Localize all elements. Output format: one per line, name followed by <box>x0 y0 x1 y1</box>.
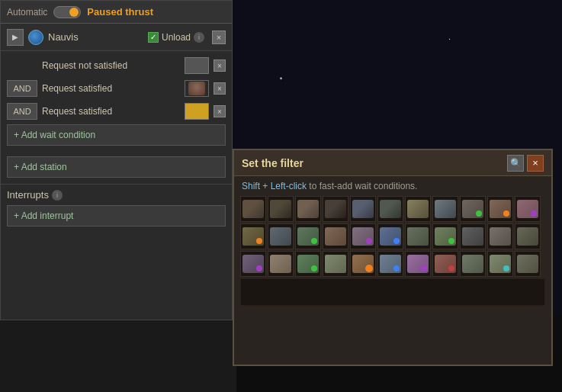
grid-item[interactable] <box>405 251 431 277</box>
add-station-label: + Add station <box>14 162 67 172</box>
auto-toggle[interactable] <box>53 6 81 18</box>
item-grid-row3 <box>234 251 551 277</box>
condition-remove-button[interactable]: × <box>214 105 226 117</box>
add-interrupt-label: + Add interrupt <box>14 210 73 221</box>
empty-row <box>240 278 545 306</box>
grid-item[interactable] <box>377 223 403 249</box>
condition-row: Request not satisfied × <box>1 54 232 77</box>
grid-item[interactable] <box>350 223 376 249</box>
condition-label: Request satisfied <box>42 106 180 117</box>
grid-item[interactable] <box>323 223 348 249</box>
condition-remove-button[interactable]: × <box>214 59 226 72</box>
unload-wrap: ✓ Unload i <box>148 32 204 43</box>
station-row: ▶ Nauvis ✓ Unload i × <box>1 24 232 51</box>
add-wait-label: + Add wait condition <box>14 130 95 140</box>
planet-icon <box>28 30 43 45</box>
grid-item[interactable] <box>487 223 513 249</box>
grid-item[interactable] <box>460 196 486 222</box>
auto-label: Automatic <box>7 7 47 18</box>
grid-item[interactable] <box>323 251 348 277</box>
filter-close-button[interactable]: × <box>527 155 544 172</box>
grid-item[interactable] <box>515 223 541 249</box>
grid-item[interactable] <box>460 223 486 249</box>
top-bar: Automatic Paused thrust <box>1 1 232 24</box>
condition-value-empty <box>185 57 209 74</box>
grid-item[interactable] <box>268 223 294 249</box>
and-connector-button[interactable]: AND <box>7 80 37 97</box>
grid-item[interactable] <box>268 196 294 222</box>
grid-item[interactable] <box>323 196 348 222</box>
station-close-button[interactable]: × <box>212 31 226 44</box>
grid-item[interactable] <box>487 196 513 222</box>
grid-item[interactable] <box>515 196 541 222</box>
add-wait-condition-button[interactable]: + Add wait condition <box>7 124 226 146</box>
grid-item[interactable] <box>377 196 403 222</box>
fast-add-text: to fast-add wait conditions. <box>307 181 417 191</box>
and-connector-button[interactable]: AND <box>7 103 37 120</box>
unload-checkbox[interactable]: ✓ <box>148 32 159 43</box>
left-panel: Automatic Paused thrust ▶ Nauvis ✓ Unloa… <box>0 0 233 320</box>
station-name: Nauvis <box>48 31 79 43</box>
condition-label: Request satisfied <box>42 83 180 94</box>
filter-search-button[interactable]: 🔍 <box>507 155 524 172</box>
condition-row: AND Request satisfied × <box>1 100 232 123</box>
interrupts-section: Interrupts i + Add interrupt <box>1 184 232 231</box>
paused-thrust-label: Paused thrust <box>87 6 153 18</box>
interrupts-title: Interrupts <box>7 189 49 201</box>
condition-label: Request not satisfied <box>42 60 180 71</box>
grid-item[interactable] <box>240 196 266 222</box>
grid-item[interactable] <box>350 196 376 222</box>
add-station-button[interactable]: + Add station <box>7 156 226 178</box>
fast-add-hint: Shift + Left-click to fast-add wait cond… <box>234 176 551 196</box>
ground-texture <box>0 320 236 392</box>
interrupts-header: Interrupts i <box>7 189 226 201</box>
grid-item[interactable] <box>377 251 403 277</box>
grid-item[interactable] <box>295 223 321 249</box>
grid-item[interactable] <box>240 251 266 277</box>
unload-info-icon[interactable]: i <box>194 32 204 43</box>
grid-item[interactable] <box>460 251 486 277</box>
filter-title-bar: Set the filter 🔍 × <box>234 150 551 176</box>
condition-row: AND Request satisfied × <box>1 77 232 100</box>
grid-item[interactable] <box>515 251 541 277</box>
grid-item[interactable] <box>432 251 458 277</box>
play-button[interactable]: ▶ <box>7 29 24 46</box>
grid-item[interactable] <box>405 196 431 222</box>
grid-item[interactable] <box>432 223 458 249</box>
fast-add-key-hint: Shift + Left-click <box>242 181 307 191</box>
grid-item[interactable] <box>405 223 431 249</box>
grid-item[interactable] <box>295 251 321 277</box>
grid-item[interactable] <box>240 223 266 249</box>
grid-item[interactable] <box>350 251 376 277</box>
conditions-area: Request not satisfied × AND Request sati… <box>1 51 232 150</box>
filter-toolbar: 🔍 × <box>507 155 544 172</box>
condition-value-yellow <box>185 103 209 120</box>
iron-ore-icon <box>188 82 205 95</box>
grid-item[interactable] <box>432 196 458 222</box>
condition-remove-button[interactable]: × <box>214 82 226 95</box>
item-grid-row1 <box>234 196 551 222</box>
unload-label: Unload <box>162 32 191 43</box>
item-grid-row2 <box>234 223 551 249</box>
grid-item[interactable] <box>295 196 321 222</box>
condition-value-iron <box>185 80 209 97</box>
filter-title: Set the filter <box>242 157 303 169</box>
grid-item[interactable] <box>487 251 513 277</box>
interrupts-info-icon[interactable]: i <box>52 190 63 201</box>
grid-item[interactable] <box>268 251 294 277</box>
add-interrupt-button[interactable]: + Add interrupt <box>7 205 226 227</box>
filter-dialog: Set the filter 🔍 × Shift + Left-click to… <box>233 149 553 366</box>
